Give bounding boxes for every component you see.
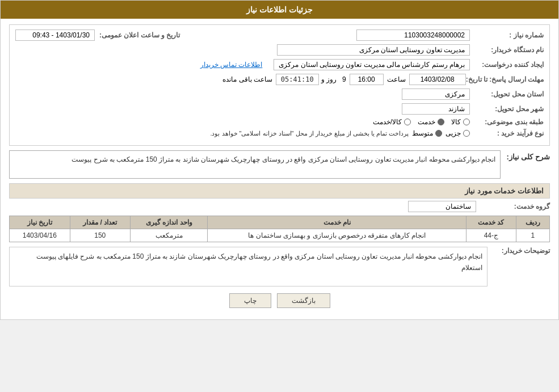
table-row: 1ج-44انجام کارهای متفرقه درخصوص بازسازی … [10, 229, 550, 242]
creator-value: برهام رستم کارشناس مالی مدیریت تعاون روس… [274, 59, 470, 70]
city-label: شهر محل تحویل: [470, 105, 544, 113]
category-radio-group: کالا خدمت کالا/خدمت [373, 118, 470, 126]
deadline-time: 16:00 [350, 74, 384, 85]
category-khedmat-label: خدمت [418, 118, 435, 126]
services-section-title: اطلاعات خدمات مورد نیاز [9, 183, 550, 199]
row-buyer-org: نام دستگاه خریدار: مدیریت تعاون روستایی … [15, 44, 544, 56]
service-group-value: ساختمان [408, 201, 476, 212]
process-radio-group: جزیی متوسط پرداخت تمام یا بخشی از مبلغ خ… [210, 129, 470, 137]
row-need-number: شماره نیاز : 1103003248000002 تاریخ و سا… [15, 29, 544, 41]
service-group-label: گروه خدمت: [476, 203, 550, 210]
category-option-kala-khedmat: کالا/خدمت [373, 118, 411, 126]
cell-qty: 150 [70, 229, 130, 242]
process-jozii-label: جزیی [445, 129, 461, 137]
category-radio-khedmat [438, 119, 444, 125]
category-kala-khedmat-label: کالا/خدمت [373, 118, 402, 126]
need-desc-value: انجام دیوارکشی محوطه انبار مدیریت تعاون … [9, 150, 501, 179]
need-desc-label: شرح کلی نیاز: [506, 150, 550, 163]
page-header: جزئیات اطلاعات نیاز [1, 1, 558, 19]
deadline-day-label: روز و [319, 75, 339, 83]
services-table-section: ردیف کد خدمت نام خدمت واحد اندازه گیری ت… [9, 216, 550, 242]
province-value: مرکزی [402, 88, 470, 100]
process-motavas-label: متوسط [412, 129, 433, 137]
main-info-section: شماره نیاز : 1103003248000002 تاریخ و سا… [9, 24, 550, 146]
row-creator: ایجاد کننده درخواست: برهام رستم کارشناس … [15, 59, 544, 70]
need-desc-section: شرح کلی نیاز: انجام دیوارکشی محوطه انبار… [9, 150, 550, 179]
row-province: استان محل تحویل: مرکزی [15, 88, 544, 100]
col-header-qty: تعداد / مقدار [70, 216, 130, 229]
deadline-time-label: ساعت [384, 75, 409, 83]
creator-label: ایجاد کننده درخواست: [470, 61, 544, 69]
services-table: ردیف کد خدمت نام خدمت واحد اندازه گیری ت… [9, 216, 550, 242]
remaining-label: ساعت باقی مانده [219, 75, 276, 83]
category-option-khedmat: خدمت [418, 118, 444, 126]
buyer-desc-value: انجام دیوارکشی محوطه انبار مدیریت تعاون … [9, 247, 487, 286]
col-header-row: ردیف [516, 216, 549, 229]
buyer-desc-section: توضیحات خریدار: انجام دیوارکشی محوطه انب… [9, 247, 550, 286]
announce-value: 1403/01/30 - 09:43 [15, 29, 95, 41]
row-deadline: مهلت ارسال پاسخ: تا تاریخ: 1403/02/08 سا… [15, 74, 544, 85]
back-button[interactable]: بازگشت [277, 293, 330, 308]
city-value: شازند [402, 103, 470, 115]
cell-unit: مترمکعب [131, 229, 208, 242]
province-label: استان محل تحویل: [470, 90, 544, 98]
col-header-unit: واحد اندازه گیری [131, 216, 208, 229]
content-area: شماره نیاز : 1103003248000002 تاریخ و سا… [1, 19, 558, 319]
col-header-date: تاریخ نیاز [10, 216, 70, 229]
cell-date: 1403/04/16 [10, 229, 70, 242]
contact-link[interactable]: اطلاعات تماس خریدار [198, 60, 265, 70]
row-service-group: گروه خدمت: ساختمان [9, 201, 550, 212]
print-button[interactable]: چاپ [229, 293, 271, 308]
table-header-row: ردیف کد خدمت نام خدمت واحد اندازه گیری ت… [10, 216, 550, 229]
buyer-desc-label: توضیحات خریدار: [493, 247, 550, 255]
page-wrapper: جزئیات اطلاعات نیاز شماره نیاز : 1103003… [0, 0, 559, 320]
col-header-code: کد خدمت [466, 216, 516, 229]
category-label: طبقه بندی موضوعی: [470, 118, 544, 126]
need-number-label: شماره نیاز : [470, 31, 544, 39]
need-number-value: 1103003248000002 [356, 29, 470, 41]
row-city: شهر محل تحویل: شازند [15, 103, 544, 115]
process-radio-jozii [463, 130, 470, 137]
category-kala-label: کالا [451, 118, 461, 126]
buyer-org-value: مدیریت تعاون روستایی استان مرکزی [277, 44, 470, 56]
cell-row: 1 [516, 229, 549, 242]
col-header-name: نام خدمت [208, 216, 466, 229]
buyer-org-label: نام دستگاه خریدار: [470, 46, 544, 54]
buttons-row: بازگشت چاپ [9, 293, 550, 308]
process-radio-motavas [435, 130, 442, 137]
deadline-days-value: 9 [339, 75, 350, 83]
row-category: طبقه بندی موضوعی: کالا خدمت کالا/خدمت [15, 118, 544, 126]
process-note: پرداخت تمام یا بخشی از مبلغ خریدار از مح… [210, 130, 409, 137]
category-radio-kala [463, 119, 470, 125]
deadline-date: 1403/02/08 [409, 74, 466, 85]
row-process: نوع فرآیند خرید : جزیی متوسط پرداخت تمام… [15, 129, 544, 137]
process-option-mota: متوسط [412, 129, 442, 137]
announce-label: تاریخ و ساعت اعلان عمومی: [95, 31, 180, 39]
cell-code: ج-44 [466, 229, 516, 242]
category-option-kala: کالا [451, 118, 470, 126]
process-label: نوع فرآیند خرید : [470, 129, 544, 137]
page-title: جزئیات اطلاعات نیاز [246, 5, 313, 14]
category-radio-kala-khedmat [404, 119, 411, 125]
process-option-jozii: جزیی [445, 129, 470, 137]
remaining-time: 05:41:10 [276, 74, 319, 85]
deadline-label: مهلت ارسال پاسخ: تا تاریخ: [466, 75, 544, 83]
cell-name: انجام کارهای متفرقه درخصوص بازسازی و بهس… [208, 229, 466, 242]
